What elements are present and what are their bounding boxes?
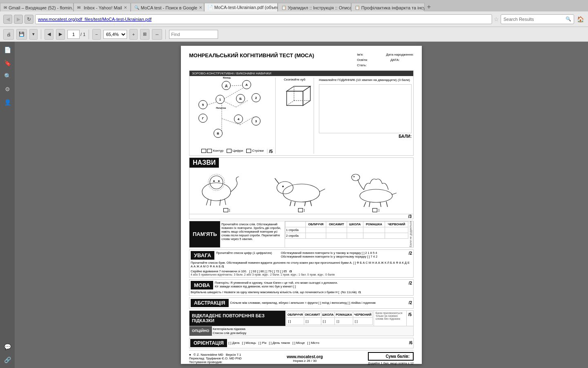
page-number-input[interactable]: [67, 30, 80, 39]
abstraction-score: /2: [409, 301, 412, 305]
sidebar-icon-3[interactable]: 🔍: [2, 71, 12, 81]
sidebar-icon-link[interactable]: 🔗: [2, 355, 12, 365]
tab-urapidil[interactable]: 📋 Урапидил :: Інструкція :: Описа... ✕: [278, 3, 351, 11]
tab-yahoo-favicon: ✉: [77, 5, 82, 10]
sidebar-icon-comment[interactable]: 💬: [2, 342, 12, 352]
orientation-score: /6: [409, 341, 412, 345]
print-button[interactable]: 🖨: [3, 29, 14, 40]
svg-line-30: [310, 201, 312, 206]
visuospatial-scores: Контур Цифри Стрілки /5: [191, 149, 273, 154]
total-score-box: Сума балів:: [368, 352, 414, 361]
svg-line-35: [364, 202, 366, 207]
address-bar[interactable]: www.mocatest.org/pdf_files/test/MoCA-tes…: [35, 14, 492, 24]
bookmark-star[interactable]: ☆: [494, 16, 499, 22]
prev-page-button[interactable]: ◀: [45, 29, 53, 40]
tab-moca-pdf-favicon: 📄: [208, 5, 213, 10]
forward-button[interactable]: ▶: [14, 15, 23, 24]
memory-table-area: ОБЛИЧЧЯ ОКСАМИТ ШКОЛА РОМАШКА ЧЕРВОНИЙ: [285, 221, 408, 247]
naming-section: НАЗВИ: [189, 157, 414, 219]
svg-point-25: [277, 182, 293, 194]
memory-section: ПАМ'ЯТЬ Прочитайте список слів. Обстежув…: [189, 221, 414, 247]
sidebar-icon-1[interactable]: 📄: [2, 45, 12, 55]
tab-yahoo[interactable]: ✉ Inbox - Yahoo! Mail ✕: [74, 3, 131, 11]
sidebar-icon-2[interactable]: 🔖: [2, 58, 12, 68]
zoom-in-button[interactable]: +: [129, 29, 138, 40]
pdf-footer: ● © Z. Nasreddine MD Версія 7.1 Переклад…: [189, 350, 414, 365]
tab-moca-search-favicon: 🔍: [134, 5, 139, 10]
attention-instruction: Прочитайте список цифр (1 цифра/сек): [216, 251, 279, 255]
tab-yahoo-close[interactable]: ✕: [124, 5, 127, 10]
cube-section: Скопіюйте куб: [275, 78, 314, 154]
toolbar-extra[interactable]: ▾: [29, 29, 38, 40]
language-content: Повторіть: Я упевнений в одному, тільки …: [215, 281, 407, 288]
svg-point-22: [213, 180, 215, 182]
tab-moca-pdf[interactable]: 📄 MoCA-test-Ukrainian.pdf (объект ... ✕: [204, 3, 278, 11]
zoom-select[interactable]: 65,4%: [103, 30, 127, 39]
tab-moca-search-close[interactable]: ✕: [199, 5, 202, 10]
svg-line-38: [386, 202, 388, 207]
delayed-col-5: ЧЕРВОНИЙ: [353, 312, 373, 317]
attention-letters: Прочитайте список букв. Обстежуваний пов…: [191, 261, 412, 268]
find-input[interactable]: [169, 30, 218, 39]
memory-col-4: РОМАШКА: [363, 222, 385, 227]
attention-section: УВАГА Прочитайте список цифр (1 цифра/се…: [189, 249, 414, 278]
pdf-viewer[interactable]: МОНРЕАЛЬСЬКИЙ КОГНІТИВНИЙ ТЕСТ (МОСА) Ім…: [15, 42, 588, 368]
sidebar: 📄 🔖 🔍 ⚙ 👤 💬 🔗: [0, 42, 15, 368]
home-button[interactable]: 🏠: [576, 15, 585, 24]
attention-score1: /2: [409, 251, 412, 256]
svg-line-36: [369, 202, 370, 207]
delayed-col-4: РОМАШКА: [335, 312, 353, 317]
pdf-header: МОНРЕАЛЬСЬКИЙ КОГНІТИВНИЙ ТЕСТ (МОСА) Ім…: [189, 52, 414, 68]
fit-width-button[interactable]: ↔: [152, 29, 162, 40]
animal-rhino: ]: [269, 169, 334, 212]
lion-svg: [194, 169, 259, 208]
visuospatial-label: БАЛИ:: [319, 134, 412, 139]
svg-point-40: [353, 176, 354, 177]
choice-hint: Список слів для вибору: [213, 331, 412, 335]
svg-line-29: [305, 202, 305, 206]
svg-point-33: [360, 189, 392, 202]
abstraction-label: АБСТРАКЦІЯ: [191, 299, 229, 307]
svg-line-18: [206, 199, 208, 205]
new-tab-button[interactable]: +: [425, 2, 433, 11]
language-label: МОВА: [191, 281, 213, 289]
cube-svg: [278, 83, 311, 110]
reload-button[interactable]: ↻: [24, 15, 33, 24]
animal-camel: ]: [343, 169, 409, 212]
abstraction-content: Спільне між словами, наприклад, яблуко і…: [230, 301, 407, 305]
fit-page-button[interactable]: ⊞: [140, 29, 149, 40]
search-icon: 🔍: [566, 16, 571, 22]
tab-moca-search[interactable]: 🔍 MoCA test - Поиск в Google ✕: [131, 3, 204, 11]
toolbar-sep2: [89, 29, 89, 39]
svg-line-28: [294, 202, 295, 206]
animals-row: ]: [189, 168, 413, 214]
svg-marker-11: [303, 86, 310, 105]
page-info: / 1: [67, 30, 85, 39]
memory-col-3: ШКОЛА: [347, 222, 363, 227]
svg-line-39: [392, 193, 396, 195]
back-button[interactable]: ◀: [3, 15, 12, 24]
tab-gmail[interactable]: ✉ Gmail – Входящие (52) - flomin.yur... …: [0, 3, 74, 11]
delayed-note: Бали присвоюються тільки за названі слов…: [374, 311, 407, 326]
svg-point-16: [210, 176, 223, 189]
tab-profilaktika[interactable]: 📋 Профілактика інфаркта та інсул... ✕: [351, 3, 425, 11]
attention-label: УВАГА: [191, 251, 214, 260]
next-page-button[interactable]: ▶: [56, 29, 65, 40]
search-bar-text: Search Results: [503, 17, 534, 22]
pdf-page: МОНРЕАЛЬСЬКИЙ КОГНІТИВНИЙ ТЕСТ (МОСА) Ім…: [181, 46, 422, 364]
attention-serial-scoring: 4 або 5 правильних відніmannь: 3 бали. 2…: [191, 273, 412, 276]
sidebar-icon-5[interactable]: 👤: [2, 97, 12, 107]
clock-section: Намалюйте ГОДИННИК (10 хвилин на дванадц…: [316, 78, 412, 154]
zoom-out-button[interactable]: −: [92, 29, 100, 40]
naming-score: /3: [189, 214, 413, 219]
footer-norm: Норма ≥ 26 / 30: [287, 359, 323, 363]
memory-col-2: ОКСАМИТ: [326, 222, 347, 227]
memory-row-1: 1 спроба: [285, 227, 305, 233]
sidebar-icon-4[interactable]: ⚙: [2, 84, 12, 94]
save-button[interactable]: 💾: [16, 29, 27, 40]
tab-profilaktika-favicon: 📋: [355, 5, 360, 10]
svg-line-26: [275, 178, 279, 184]
cube-instruction: Скопіюйте куб: [284, 78, 305, 81]
search-bar[interactable]: Search Results 🔍: [501, 14, 574, 24]
toolbar-sep1: [41, 29, 41, 39]
